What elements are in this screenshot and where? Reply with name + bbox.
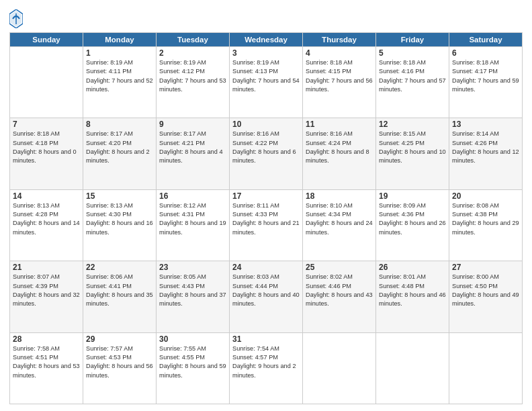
day-number: 30: [159, 334, 226, 344]
day-cell: 9Sunrise: 8:17 AMSunset: 4:21 PMDaylight…: [157, 118, 230, 189]
day-cell: [10, 47, 83, 118]
day-cell: 5Sunrise: 8:18 AMSunset: 4:16 PMDaylight…: [376, 47, 449, 118]
day-info: Sunrise: 8:13 AMSunset: 4:28 PMDaylight:…: [13, 201, 80, 237]
day-info: Sunrise: 7:54 AMSunset: 4:57 PMDaylight:…: [232, 345, 300, 380]
weekday-header-tuesday: Tuesday: [157, 33, 230, 47]
day-cell: 25Sunrise: 8:02 AMSunset: 4:46 PMDayligh…: [303, 261, 376, 332]
header: [9, 7, 523, 28]
day-number: 22: [86, 263, 153, 272]
day-number: 24: [232, 263, 300, 272]
day-info: Sunrise: 8:19 AMSunset: 4:12 PMDaylight:…: [159, 58, 226, 94]
day-cell: 17Sunrise: 8:11 AMSunset: 4:33 PMDayligh…: [230, 189, 303, 261]
day-cell: 3Sunrise: 8:19 AMSunset: 4:13 PMDaylight…: [230, 47, 303, 118]
day-number: 12: [379, 120, 446, 129]
day-cell: 16Sunrise: 8:12 AMSunset: 4:31 PMDayligh…: [157, 189, 230, 261]
day-cell: 15Sunrise: 8:13 AMSunset: 4:30 PMDayligh…: [83, 189, 157, 261]
week-row-1: 1Sunrise: 8:19 AMSunset: 4:11 PMDaylight…: [10, 47, 523, 118]
day-info: Sunrise: 8:13 AMSunset: 4:30 PMDaylight:…: [86, 201, 153, 237]
day-cell: 22Sunrise: 8:06 AMSunset: 4:41 PMDayligh…: [83, 261, 157, 332]
day-number: 7: [13, 120, 80, 129]
weekday-header-row: SundayMondayTuesdayWednesdayThursdayFrid…: [10, 33, 523, 47]
day-info: Sunrise: 8:12 AMSunset: 4:31 PMDaylight:…: [159, 201, 226, 237]
day-number: 25: [306, 263, 373, 272]
day-number: 8: [86, 120, 153, 129]
day-info: Sunrise: 7:55 AMSunset: 4:55 PMDaylight:…: [159, 345, 226, 380]
day-info: Sunrise: 8:17 AMSunset: 4:20 PMDaylight:…: [86, 130, 153, 165]
day-number: 31: [232, 334, 300, 344]
day-number: 21: [13, 263, 80, 272]
calendar: SundayMondayTuesdayWednesdayThursdayFrid…: [9, 32, 523, 404]
day-info: Sunrise: 8:19 AMSunset: 4:13 PMDaylight:…: [232, 58, 300, 94]
week-row-5: 28Sunrise: 7:58 AMSunset: 4:51 PMDayligh…: [10, 332, 523, 404]
day-info: Sunrise: 8:18 AMSunset: 4:17 PMDaylight:…: [452, 58, 519, 94]
day-info: Sunrise: 8:19 AMSunset: 4:11 PMDaylight:…: [86, 58, 153, 94]
day-info: Sunrise: 8:08 AMSunset: 4:38 PMDaylight:…: [452, 201, 519, 237]
day-cell: 24Sunrise: 8:03 AMSunset: 4:44 PMDayligh…: [230, 261, 303, 332]
day-number: 23: [159, 263, 226, 272]
day-info: Sunrise: 8:18 AMSunset: 4:15 PMDaylight:…: [306, 58, 373, 94]
day-cell: 10Sunrise: 8:16 AMSunset: 4:22 PMDayligh…: [230, 118, 303, 189]
day-cell: [449, 332, 523, 404]
day-cell: 26Sunrise: 8:01 AMSunset: 4:48 PMDayligh…: [376, 261, 449, 332]
day-cell: [303, 332, 376, 404]
day-info: Sunrise: 8:15 AMSunset: 4:25 PMDaylight:…: [379, 130, 446, 165]
day-info: Sunrise: 8:00 AMSunset: 4:50 PMDaylight:…: [452, 273, 519, 308]
week-row-2: 7Sunrise: 8:18 AMSunset: 4:18 PMDaylight…: [10, 118, 523, 189]
day-number: 4: [306, 48, 373, 58]
day-cell: 12Sunrise: 8:15 AMSunset: 4:25 PMDayligh…: [376, 118, 449, 189]
day-info: Sunrise: 8:11 AMSunset: 4:33 PMDaylight:…: [232, 201, 300, 237]
day-info: Sunrise: 8:17 AMSunset: 4:21 PMDaylight:…: [159, 130, 226, 165]
day-number: 1: [86, 48, 153, 58]
day-cell: 6Sunrise: 8:18 AMSunset: 4:17 PMDaylight…: [449, 47, 523, 118]
day-number: 6: [452, 48, 519, 58]
day-info: Sunrise: 8:10 AMSunset: 4:34 PMDaylight:…: [306, 201, 373, 237]
day-number: 10: [232, 120, 300, 129]
logo-icon: [9, 9, 23, 28]
day-cell: 27Sunrise: 8:00 AMSunset: 4:50 PMDayligh…: [449, 261, 523, 332]
day-cell: 19Sunrise: 8:09 AMSunset: 4:36 PMDayligh…: [376, 189, 449, 261]
day-info: Sunrise: 8:16 AMSunset: 4:22 PMDaylight:…: [232, 130, 300, 165]
day-info: Sunrise: 8:05 AMSunset: 4:43 PMDaylight:…: [159, 273, 226, 308]
page: SundayMondayTuesdayWednesdayThursdayFrid…: [0, 0, 532, 411]
day-info: Sunrise: 7:58 AMSunset: 4:51 PMDaylight:…: [13, 345, 80, 380]
day-info: Sunrise: 8:06 AMSunset: 4:41 PMDaylight:…: [86, 273, 153, 308]
day-cell: 29Sunrise: 7:57 AMSunset: 4:53 PMDayligh…: [83, 332, 157, 404]
day-info: Sunrise: 8:16 AMSunset: 4:24 PMDaylight:…: [306, 130, 373, 165]
day-cell: 13Sunrise: 8:14 AMSunset: 4:26 PMDayligh…: [449, 118, 523, 189]
day-info: Sunrise: 8:18 AMSunset: 4:16 PMDaylight:…: [379, 58, 446, 94]
weekday-header-saturday: Saturday: [449, 33, 523, 47]
weekday-header-monday: Monday: [83, 33, 157, 47]
day-info: Sunrise: 8:03 AMSunset: 4:44 PMDaylight:…: [232, 273, 300, 308]
day-info: Sunrise: 8:09 AMSunset: 4:36 PMDaylight:…: [379, 201, 446, 237]
day-cell: 11Sunrise: 8:16 AMSunset: 4:24 PMDayligh…: [303, 118, 376, 189]
day-cell: 23Sunrise: 8:05 AMSunset: 4:43 PMDayligh…: [157, 261, 230, 332]
day-cell: 31Sunrise: 7:54 AMSunset: 4:57 PMDayligh…: [230, 332, 303, 404]
day-cell: 20Sunrise: 8:08 AMSunset: 4:38 PMDayligh…: [449, 189, 523, 261]
day-number: 5: [379, 48, 446, 58]
day-cell: 2Sunrise: 8:19 AMSunset: 4:12 PMDaylight…: [157, 47, 230, 118]
day-number: 18: [306, 191, 373, 201]
day-info: Sunrise: 8:14 AMSunset: 4:26 PMDaylight:…: [452, 130, 519, 165]
day-number: 29: [86, 334, 153, 344]
day-number: 28: [13, 334, 80, 344]
day-number: 3: [232, 48, 300, 58]
day-cell: 28Sunrise: 7:58 AMSunset: 4:51 PMDayligh…: [10, 332, 83, 404]
day-cell: 4Sunrise: 8:18 AMSunset: 4:15 PMDaylight…: [303, 47, 376, 118]
day-cell: 18Sunrise: 8:10 AMSunset: 4:34 PMDayligh…: [303, 189, 376, 261]
weekday-header-sunday: Sunday: [10, 33, 83, 47]
day-number: 9: [159, 120, 226, 129]
day-cell: [376, 332, 449, 404]
day-number: 13: [452, 120, 519, 129]
day-info: Sunrise: 8:01 AMSunset: 4:48 PMDaylight:…: [379, 273, 446, 308]
weekday-header-friday: Friday: [376, 33, 449, 47]
day-info: Sunrise: 8:18 AMSunset: 4:18 PMDaylight:…: [13, 130, 80, 165]
weekday-header-wednesday: Wednesday: [230, 33, 303, 47]
day-number: 16: [159, 191, 226, 201]
day-info: Sunrise: 7:57 AMSunset: 4:53 PMDaylight:…: [86, 345, 153, 380]
day-number: 26: [379, 263, 446, 272]
day-cell: 7Sunrise: 8:18 AMSunset: 4:18 PMDaylight…: [10, 118, 83, 189]
day-number: 19: [379, 191, 446, 201]
day-cell: 30Sunrise: 7:55 AMSunset: 4:55 PMDayligh…: [157, 332, 230, 404]
day-number: 2: [159, 48, 226, 58]
day-cell: 14Sunrise: 8:13 AMSunset: 4:28 PMDayligh…: [10, 189, 83, 261]
